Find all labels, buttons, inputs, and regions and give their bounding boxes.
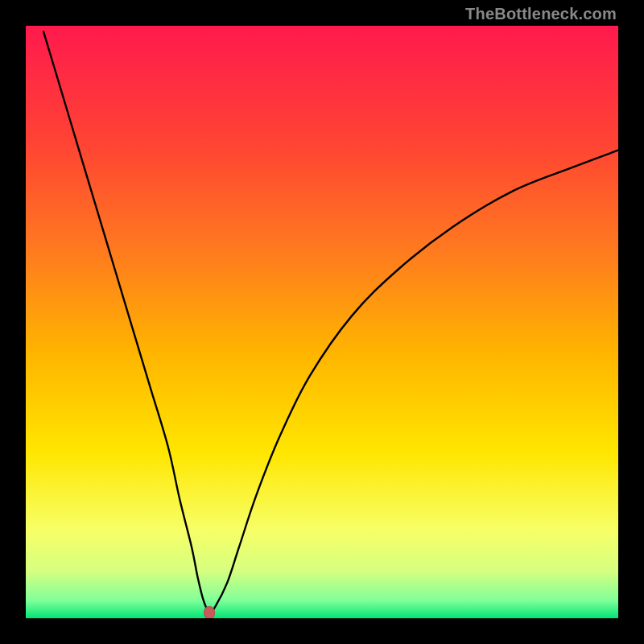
chart-frame: TheBottleneck.com xyxy=(0,0,644,644)
plot-area xyxy=(26,26,618,618)
watermark-text: TheBottleneck.com xyxy=(465,5,617,23)
optimum-marker xyxy=(204,606,215,618)
bottleneck-curve xyxy=(26,26,618,618)
